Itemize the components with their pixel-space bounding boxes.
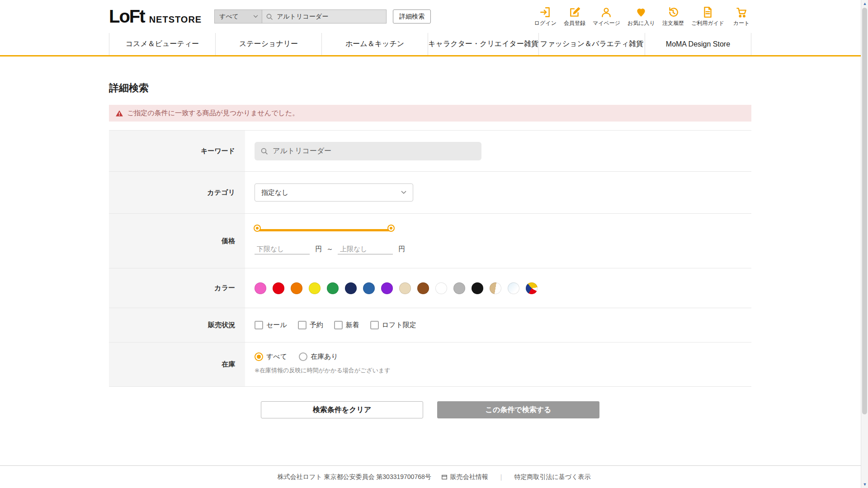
footer-separator: ｜ (498, 473, 505, 481)
color-swatch-gold[interactable] (490, 282, 501, 294)
seller-info-label: 販売会社情報 (450, 473, 488, 481)
guide-icon (702, 6, 713, 18)
checkbox-loft-exclusive-box[interactable] (370, 321, 379, 329)
nav-item-home-kitchen[interactable]: ホーム＆キッチン (321, 33, 428, 55)
search-icon (266, 13, 273, 20)
favorites-button[interactable]: お気に入り (627, 6, 655, 27)
color-swatch-yellow[interactable] (309, 282, 321, 294)
category-select-value: 指定なし (261, 188, 289, 197)
checkbox-sale-box[interactable] (255, 321, 263, 329)
clear-conditions-button[interactable]: 検索条件をクリア (261, 401, 423, 418)
color-swatch-row (255, 282, 538, 294)
price-label: 価格 (109, 214, 245, 268)
page-title: 詳細検索 (109, 81, 751, 95)
color-swatch-brown[interactable] (417, 282, 429, 294)
heart-icon (635, 6, 647, 18)
no-results-alert: ご指定の条件に一致する商品が見つかりませんでした。 (109, 105, 751, 122)
storefront-icon (441, 474, 448, 480)
mypage-button[interactable]: マイページ (593, 6, 620, 27)
checkbox-sale[interactable]: セール (255, 321, 287, 329)
mypage-label: マイページ (593, 19, 620, 27)
color-swatch-pink[interactable] (255, 282, 266, 294)
yen-label-max: 円 (398, 245, 405, 253)
order-history-label: 注文履歴 (662, 19, 684, 27)
nav-item-fashion[interactable]: ファッション＆バラエティ雑貨 (538, 33, 645, 55)
price-slider-max-handle[interactable] (388, 225, 394, 231)
register-button[interactable]: 会員登録 (564, 6, 585, 27)
tilde-label: ～ (326, 245, 333, 253)
utility-menu: ログイン 会員登録 マイページ お気に入り 注文履歴 ご利用ガイド (534, 6, 751, 27)
price-slider-track[interactable] (256, 229, 392, 231)
nav-item-character[interactable]: キャラクター・クリエイター雑貨 (428, 33, 538, 55)
keyword-label: キーワード (109, 131, 245, 171)
cart-label: カート (733, 19, 750, 27)
category-select[interactable]: 指定なし (255, 183, 413, 202)
price-row: 価格 円 ～ 円 (109, 213, 751, 268)
color-swatch-purple[interactable] (381, 282, 393, 294)
color-swatch-gray[interactable] (453, 282, 465, 294)
alert-text: ご指定の条件に一致する商品が見つかりませんでした。 (127, 109, 299, 117)
logo-netstore-text: NETSTORE (149, 14, 202, 25)
radio-stock-available-circle[interactable] (299, 352, 307, 361)
price-range-slider[interactable] (256, 225, 392, 235)
header-search-bar: すべて 詳細検索 (214, 9, 431, 23)
checkbox-reserve[interactable]: 予約 (298, 321, 323, 329)
checkbox-sale-label: セール (266, 321, 287, 329)
nav-item-cosme[interactable]: コスメ＆ビューティー (109, 33, 215, 55)
favorites-label: お気に入り (627, 19, 655, 27)
scrollbar[interactable]: ▲ ▼ (861, 0, 868, 488)
yen-label-min: 円 (315, 245, 322, 253)
color-swatch-green[interactable] (327, 282, 339, 294)
site-footer: 株式会社ロフト 東京都公安委員会 第303319700768号 販売会社情報 ｜… (0, 465, 868, 488)
nav-item-stationery[interactable]: ステーショナリー (215, 33, 321, 55)
color-label: カラー (109, 268, 245, 308)
scrollbar-down-arrow[interactable]: ▼ (861, 481, 868, 488)
color-row: カラー (109, 268, 751, 308)
seller-info-link[interactable]: 販売会社情報 (441, 473, 488, 481)
header-search-category-select[interactable]: すべて (214, 9, 262, 23)
category-row: カテゴリ 指定なし (109, 171, 751, 213)
radio-stock-all[interactable]: すべて (255, 352, 287, 361)
loft-logo[interactable]: LoFt NETSTORE (109, 6, 202, 27)
color-swatch-black[interactable] (472, 282, 483, 294)
checkbox-new[interactable]: 新着 (334, 321, 359, 329)
radio-stock-all-circle[interactable] (255, 352, 263, 361)
checkbox-new-box[interactable] (334, 321, 343, 329)
search-submit-button[interactable]: この条件で検索する (437, 401, 599, 418)
color-swatch-clear[interactable] (508, 282, 519, 294)
warning-icon (115, 109, 123, 117)
nav-item-moma[interactable]: MoMA Design Store (645, 33, 751, 55)
header-detail-search-button[interactable]: 詳細検索 (393, 9, 431, 23)
color-swatch-blue[interactable] (363, 282, 375, 294)
login-label: ログイン (534, 19, 557, 27)
color-swatch-navy[interactable] (345, 282, 357, 294)
guide-button[interactable]: ご利用ガイド (691, 6, 724, 27)
checkbox-reserve-box[interactable] (298, 321, 307, 329)
logo-loft-text: LoFt (109, 6, 145, 27)
order-history-button[interactable]: 注文履歴 (662, 6, 684, 27)
color-swatch-orange[interactable] (291, 282, 302, 294)
header-search-input[interactable] (262, 10, 386, 23)
color-swatch-multicolor[interactable] (526, 282, 538, 294)
login-button[interactable]: ログイン (534, 6, 557, 27)
color-swatch-beige[interactable] (399, 282, 411, 294)
cart-button[interactable]: カート (731, 6, 751, 27)
checkbox-loft-exclusive[interactable]: ロフト限定 (370, 321, 416, 329)
price-max-input[interactable] (338, 244, 393, 254)
price-min-input[interactable] (255, 244, 310, 254)
commerce-law-link[interactable]: 特定商取引法に基づく表示 (514, 473, 590, 481)
scrollbar-thumb[interactable] (862, 8, 867, 414)
checkbox-new-label: 新着 (346, 321, 359, 329)
register-icon (569, 6, 580, 18)
color-swatch-white[interactable] (435, 282, 447, 294)
guide-label: ご利用ガイド (691, 19, 724, 27)
color-swatch-red[interactable] (273, 282, 284, 294)
sale-status-row: 販売状況 セール 予約 新着 (109, 308, 751, 342)
scrollbar-up-arrow[interactable]: ▲ (861, 0, 868, 7)
keyword-input[interactable] (255, 142, 481, 160)
radio-stock-available[interactable]: 在庫あり (299, 352, 338, 361)
radio-stock-all-label: すべて (266, 352, 287, 361)
register-label: 会員登録 (564, 19, 585, 27)
history-icon (667, 6, 679, 18)
price-slider-min-handle[interactable] (255, 225, 260, 231)
